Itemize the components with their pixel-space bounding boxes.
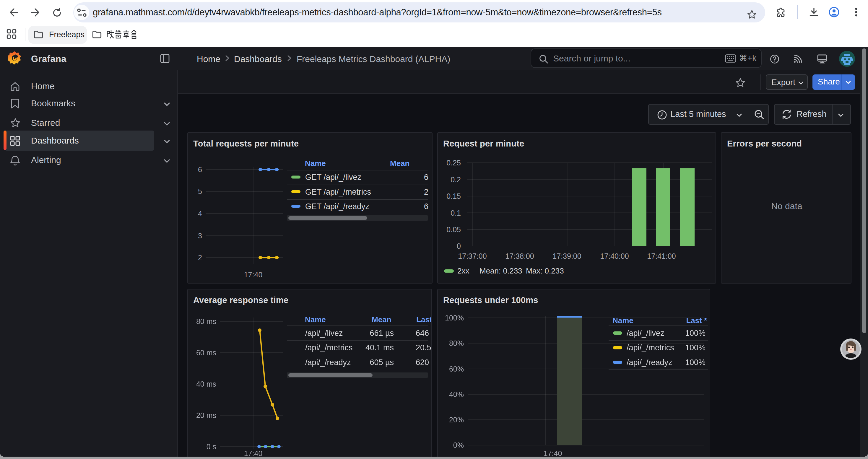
- svg-text:GET /api/_/readyz: GET /api/_/readyz: [305, 202, 369, 211]
- svg-text:Last: Last: [416, 315, 432, 324]
- svg-text:17:40:00: 17:40:00: [600, 252, 628, 260]
- svg-text:6: 6: [424, 173, 428, 182]
- svg-text:20.5 ms: 20.5 ms: [415, 343, 432, 352]
- svg-text:17:38:00: 17:38:00: [505, 252, 533, 260]
- svg-text:20 ms: 20 ms: [196, 411, 216, 419]
- svg-text:5: 5: [198, 187, 202, 196]
- svg-text:620 µs: 620 µs: [415, 358, 432, 367]
- svg-text:100%: 100%: [685, 329, 705, 338]
- svg-text:60 ms: 60 ms: [196, 349, 216, 357]
- svg-text:20%: 20%: [449, 416, 464, 424]
- svg-text:0.15: 0.15: [446, 192, 461, 200]
- svg-text:40%: 40%: [449, 390, 464, 398]
- svg-text:17:40: 17:40: [543, 449, 562, 457]
- svg-text:GET /api/_/metrics: GET /api/_/metrics: [305, 188, 371, 196]
- svg-text:40 ms: 40 ms: [196, 380, 216, 388]
- svg-text:100%: 100%: [445, 314, 464, 322]
- svg-text:Name: Name: [612, 316, 633, 325]
- svg-text:0.25: 0.25: [446, 159, 461, 167]
- svg-text:0.1: 0.1: [450, 209, 461, 217]
- svg-text:Name: Name: [305, 315, 326, 324]
- svg-text:0.05: 0.05: [446, 225, 461, 234]
- svg-text:/api/_/metrics: /api/_/metrics: [626, 343, 674, 352]
- svg-text:Mean: Mean: [390, 159, 409, 168]
- svg-text:/api/_/metrics: /api/_/metrics: [305, 343, 352, 352]
- svg-text:17:40: 17:40: [244, 270, 262, 279]
- svg-text:4: 4: [198, 209, 202, 218]
- svg-text:/api/_/livez: /api/_/livez: [305, 329, 343, 338]
- svg-text:17:39:00: 17:39:00: [552, 252, 581, 260]
- svg-text:2xx: 2xx: [457, 266, 469, 275]
- svg-text:0: 0: [457, 242, 461, 250]
- svg-text:GET /api/_/livez: GET /api/_/livez: [305, 173, 361, 182]
- svg-text:80%: 80%: [449, 339, 464, 347]
- svg-text:2: 2: [198, 254, 202, 262]
- svg-text:661 µs: 661 µs: [369, 329, 394, 338]
- svg-text:/api/_/readyz: /api/_/readyz: [626, 358, 672, 367]
- svg-text:/api/_/readyz: /api/_/readyz: [305, 358, 351, 367]
- svg-text:80 ms: 80 ms: [196, 317, 216, 326]
- svg-text:Mean: Mean: [371, 315, 391, 324]
- svg-text:40.1 ms: 40.1 ms: [365, 343, 394, 352]
- svg-text:3: 3: [198, 232, 202, 240]
- svg-text:100%: 100%: [685, 358, 705, 367]
- svg-text:17:40: 17:40: [244, 449, 262, 457]
- svg-text:Mean: 0.233: Mean: 0.233: [479, 266, 522, 275]
- svg-text:0.2: 0.2: [450, 175, 461, 184]
- svg-text:100%: 100%: [685, 343, 705, 352]
- svg-text:0 s: 0 s: [206, 442, 216, 451]
- svg-text:2: 2: [424, 188, 428, 196]
- svg-text:Max: 0.233: Max: 0.233: [526, 266, 564, 275]
- svg-text:646 µs: 646 µs: [415, 329, 432, 338]
- svg-text:6: 6: [198, 165, 202, 174]
- svg-text:Name: Name: [305, 159, 326, 168]
- svg-text:0%: 0%: [453, 441, 464, 449]
- svg-text:6: 6: [424, 202, 428, 211]
- svg-text:/api/_/livez: /api/_/livez: [626, 329, 664, 338]
- svg-text:17:41:00: 17:41:00: [647, 252, 675, 260]
- svg-text:Last *: Last *: [686, 316, 707, 325]
- svg-text:17:37:00: 17:37:00: [458, 252, 486, 260]
- svg-text:60%: 60%: [449, 365, 464, 373]
- svg-text:605 µs: 605 µs: [369, 358, 394, 367]
